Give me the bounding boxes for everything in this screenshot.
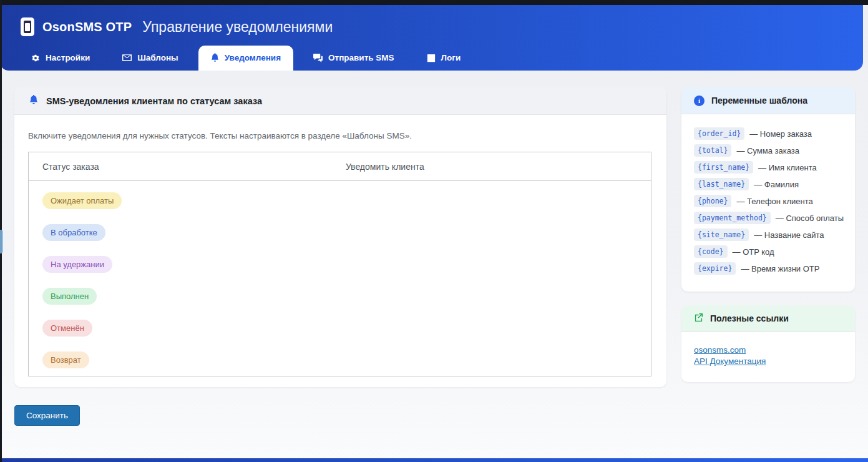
column-header-status: Статус заказа [29, 162, 346, 172]
variables-card-header: i Переменные шаблона [681, 87, 855, 114]
variable-description: — OTP код [733, 247, 774, 257]
variable-item: {payment_method} — Способ оплаты [694, 212, 847, 224]
variable-description: — Имя клиента [758, 163, 817, 172]
variable-description: — Время жизни OTP [741, 264, 819, 273]
panel-header: SMS-уведомления клиентам по статусам зак… [14, 87, 666, 115]
bell-icon [211, 53, 219, 62]
variable-description: — Номер заказа [749, 129, 812, 139]
envelope-icon [122, 54, 132, 62]
variable-item: {code} — OTP код [694, 245, 847, 258]
variable-code: {expire} [694, 262, 736, 275]
external-link[interactable]: osonsms.com [694, 345, 842, 356]
links-card-title: Полезные ссылки [710, 313, 789, 323]
variable-description: — Способ оплаты [776, 214, 844, 223]
variable-item: {last_name} — Фамилия [694, 178, 847, 190]
variable-code: {order_id} [694, 127, 744, 140]
window-top-strip [0, 0, 868, 5]
toggle-knob [330, 235, 344, 248]
panel-description: Включите уведомления для нужных статусов… [28, 131, 412, 140]
variable-code: {payment_method} [694, 212, 771, 224]
tab-settings[interactable]: Настройки [19, 46, 102, 71]
variable-code: {site_name} [694, 229, 749, 241]
page-title: Управление уведомлениями [142, 19, 333, 36]
variable-description: — Сумма заказа [736, 146, 799, 155]
variable-code: {total} [694, 144, 731, 157]
table-row: Возврат [29, 344, 651, 376]
phone-icon [21, 17, 34, 36]
variable-description: — Фамилия [754, 180, 799, 189]
toggle-knob [330, 203, 344, 217]
variable-description: — Название сайта [754, 230, 824, 240]
toggle-knob [330, 298, 344, 312]
variable-item: {site_name} — Название сайта [694, 229, 847, 241]
links-card-header: Полезные ссылки [681, 305, 855, 332]
tab-bar: Настройки Шаблоны Уведомления Отправить … [19, 46, 473, 71]
brand-name: OsonSMS OTP [42, 20, 132, 34]
status-badge: Отменён [42, 320, 92, 337]
variables-list: {order_id} — Номер заказа {total} — Сумм… [681, 114, 855, 292]
status-badge: Ожидает оплаты [42, 192, 122, 209]
window-bottom-strip [0, 458, 868, 462]
tab-send-sms[interactable]: Отправить SMS [301, 46, 407, 71]
useful-links-card: Полезные ссылки osonsms.com API Документ… [681, 305, 855, 382]
external-link-icon [694, 313, 703, 324]
table-header-row: Статус заказа Уведомить клиента [29, 152, 651, 181]
info-icon: i [694, 96, 705, 106]
variable-description: — Телефон клиента [736, 197, 812, 206]
status-badge: На удержании [42, 256, 112, 273]
save-button[interactable]: Сохранить [14, 405, 80, 426]
table-body: Ожидает оплаты В обработке [29, 185, 651, 376]
brand-row: OsonSMS OTP Управление уведомлениями [0, 5, 863, 36]
status-badge: Возврат [42, 351, 89, 368]
table-row: На удержании [29, 248, 651, 280]
tab-label: Настройки [46, 53, 90, 62]
tab-notifications[interactable]: Уведомления [198, 46, 293, 71]
tab-logs[interactable]: Логи [414, 46, 474, 71]
tab-templates[interactable]: Шаблоны [110, 46, 190, 71]
variable-item: {phone} — Телефон клиента [694, 195, 847, 207]
notifications-panel: SMS-уведомления клиентам по статусам зак… [14, 87, 666, 387]
template-variables-card: i Переменные шаблона {order_id} — Номер … [681, 87, 855, 292]
table-row: Отменён [29, 312, 651, 344]
sidebar: i Переменные шаблона {order_id} — Номер … [681, 87, 855, 396]
variable-code: {code} [694, 245, 728, 258]
variable-item: {order_id} — Номер заказа [694, 127, 847, 140]
toggle-knob [330, 330, 344, 344]
bell-icon [29, 95, 38, 107]
variable-item: {first_name} — Имя клиента [694, 161, 847, 174]
tab-label: Уведомления [225, 53, 281, 62]
status-badge: В обработке [42, 224, 105, 241]
left-edge-widget-tab [0, 230, 3, 253]
panel-title: SMS-уведомления клиентам по статусам зак… [46, 96, 262, 106]
column-header-notify: Уведомить клиента [346, 162, 651, 172]
variables-card-title: Переменные шаблона [711, 96, 807, 106]
gear-icon [31, 54, 40, 62]
chat-icon [313, 54, 323, 62]
tab-label: Шаблоны [137, 53, 178, 62]
status-table: Статус заказа Уведомить клиента Ожидает … [28, 152, 651, 376]
variable-item: {total} — Сумма заказа [694, 144, 847, 157]
status-badge: Выполнен [42, 288, 97, 305]
table-row: Ожидает оплаты [29, 185, 651, 217]
toggle-knob [330, 362, 344, 376]
app-header: OsonSMS OTP Управление уведомлениями Нас… [0, 5, 863, 71]
tab-label: Логи [441, 53, 461, 62]
toggle-knob [330, 267, 344, 280]
external-link[interactable]: API Документация [694, 356, 842, 367]
list-icon [427, 54, 436, 62]
variable-item: {expire} — Время жизни OTP [694, 262, 847, 275]
variable-code: {first_name} [694, 161, 753, 174]
variable-code: {last_name} [694, 178, 749, 190]
variable-code: {phone} [694, 195, 731, 207]
links-list: osonsms.com API Документация [681, 332, 855, 382]
tab-label: Отправить SMS [328, 53, 394, 62]
table-row: Выполнен [29, 280, 651, 312]
table-row: В обработке [29, 217, 651, 248]
